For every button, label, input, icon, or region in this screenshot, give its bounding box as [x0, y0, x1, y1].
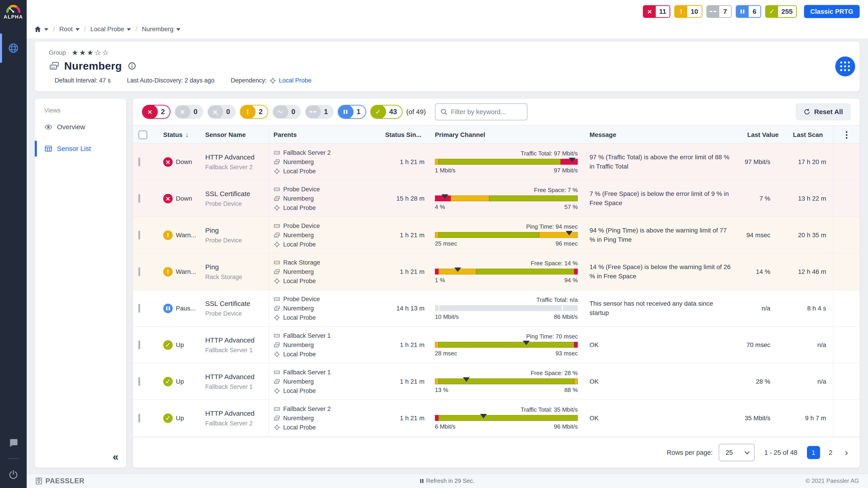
filter-chip-down-partial[interactable]: ×0	[175, 105, 203, 119]
row-checkbox[interactable]	[138, 267, 140, 276]
status-badge-paused[interactable]: 6	[736, 5, 761, 18]
column-header-parents[interactable]: Parents	[269, 131, 384, 138]
parent-link[interactable]: Nuremberg	[274, 232, 384, 239]
status-badge-down[interactable]: ×11	[643, 5, 671, 18]
next-page-button[interactable]: ›	[843, 448, 850, 458]
parent-link[interactable]: Nuremberg	[274, 268, 384, 275]
filter-chip-down[interactable]: ×2	[142, 105, 170, 119]
priority-stars[interactable]: ★★★☆☆	[72, 48, 110, 57]
sensor-row[interactable]: ✓UpHTTP AdvancedFallback Server 2Fallbac…	[133, 400, 860, 436]
view-item-overview[interactable]: Overview	[35, 118, 126, 136]
sensor-name-cell[interactable]: HTTP AdvancedFallback Server 1	[204, 363, 269, 400]
sensor-name-cell[interactable]: SSL CertificateProbe Device	[204, 290, 269, 327]
breadcrumb-nuremberg[interactable]: Nuremberg	[142, 26, 180, 33]
sensor-row[interactable]: ×DownHTTP AdvancedFallback Server 2Fallb…	[133, 144, 860, 180]
sensor-row[interactable]: Paus...SSL CertificateProbe DeviceProbe …	[133, 290, 860, 327]
parent-link[interactable]: Local Probe	[274, 241, 384, 248]
filter-chip-down-acknowledged[interactable]: ×✓0	[207, 105, 236, 119]
column-header-status[interactable]: Status↓	[156, 131, 204, 139]
rows-per-page-select[interactable]: 25	[719, 444, 755, 461]
parent-link[interactable]: Nuremberg	[274, 415, 384, 422]
row-checkbox[interactable]	[138, 340, 140, 349]
sensor-name-cell[interactable]: PingRack Storage	[204, 254, 269, 290]
status-badge-up[interactable]: ✓255	[765, 5, 797, 18]
column-header-sensor-name[interactable]: Sensor Name	[204, 126, 269, 144]
page-button-2[interactable]: 2	[824, 446, 837, 459]
sensor-row[interactable]: ×DownSSL CertificateProbe DeviceProbe De…	[133, 180, 860, 217]
parent-link[interactable]: Local Probe	[274, 424, 384, 431]
parent-link[interactable]: Fallback Server 2	[274, 405, 384, 413]
feedback-icon[interactable]	[8, 438, 18, 448]
table-options-kebab-icon[interactable]	[844, 129, 850, 141]
breadcrumb-local-probe[interactable]: Local Probe	[90, 26, 131, 33]
page-button-1[interactable]: 1	[807, 446, 820, 459]
channel-gauge-bar	[435, 159, 578, 165]
filter-chip-up[interactable]: ✓43	[370, 105, 403, 119]
filter-chip-unusual[interactable]: 0	[272, 105, 301, 119]
parent-link[interactable]: Local Probe	[274, 387, 384, 394]
parent-link[interactable]: Nuremberg	[274, 378, 384, 385]
parent-link[interactable]: Local Probe	[274, 204, 384, 212]
search-input[interactable]	[451, 108, 522, 116]
of-total-label: (of 49)	[406, 108, 426, 116]
sensor-row[interactable]: ✓UpHTTP AdvancedFallback Server 1Fallbac…	[133, 363, 860, 400]
parent-link[interactable]: Local Probe	[274, 314, 384, 321]
sensor-name-cell[interactable]: HTTP AdvancedFallback Server 2	[204, 400, 269, 436]
sensor-name-cell[interactable]: SSL CertificateProbe Device	[204, 180, 269, 217]
classic-prtg-button[interactable]: Classic PRTG	[804, 5, 860, 18]
column-header-last-scan[interactable]: Last Scan	[784, 131, 833, 138]
parent-link[interactable]: Nuremberg	[274, 305, 384, 312]
parent-link[interactable]: Nuremberg	[274, 195, 384, 202]
filter-chip-warning[interactable]: !2	[240, 105, 268, 119]
parent-link[interactable]: Probe Device	[274, 296, 384, 303]
row-checkbox[interactable]	[138, 158, 140, 166]
filter-chip-paused[interactable]: 1	[338, 105, 366, 119]
parent-link[interactable]: Nuremberg	[274, 159, 384, 166]
column-header-status-since[interactable]: Status Sin...	[384, 131, 427, 138]
parent-link[interactable]: Local Probe	[274, 168, 384, 175]
row-checkbox[interactable]	[138, 377, 140, 386]
parent-link[interactable]: Probe Device	[274, 223, 384, 230]
parent-link[interactable]: Local Probe	[274, 351, 384, 358]
sensor-name-cell[interactable]: HTTP AdvancedFallback Server 2	[204, 144, 269, 180]
column-header-primary-channel[interactable]: Primary Channel	[427, 131, 590, 138]
column-header-last-value[interactable]: Last Value	[743, 131, 784, 138]
status-cell: ✓Up	[156, 414, 204, 423]
parent-link[interactable]: Local Probe	[274, 278, 384, 285]
sensor-row[interactable]: ✓UpHTTP AdvancedFallback Server 1Fallbac…	[133, 327, 860, 363]
filter-chip-unknown[interactable]: 1	[305, 105, 333, 119]
parent-link[interactable]: Rack Storage	[274, 259, 384, 266]
breadcrumb-home[interactable]	[34, 25, 49, 33]
status-badge-unknown[interactable]: 7	[706, 5, 732, 18]
status-label: Down	[176, 158, 192, 166]
sensor-name-cell[interactable]: HTTP AdvancedFallback Server 1	[204, 327, 269, 363]
channel-max: 93 msec	[556, 350, 578, 357]
refresh-countdown[interactable]: Refresh in 29 Sec.	[420, 477, 474, 484]
row-checkbox[interactable]	[138, 414, 140, 422]
context-menu-fab-button[interactable]	[835, 57, 855, 76]
parent-link[interactable]: Fallback Server 1	[274, 332, 384, 339]
collapse-panel-button[interactable]: «	[113, 451, 119, 462]
parent-link[interactable]: Fallback Server 2	[274, 149, 384, 156]
sidebar-item-devices[interactable]	[0, 33, 27, 63]
view-item-sensor-list[interactable]: Sensor List	[35, 140, 126, 158]
info-icon[interactable]	[128, 62, 136, 70]
parents-cell: Fallback Server 1NurembergLocal Probe	[269, 332, 384, 358]
status-badge-warning[interactable]: !10	[674, 5, 702, 18]
column-header-message[interactable]: Message	[590, 131, 743, 138]
sensor-name-cell[interactable]: PingProbe Device	[204, 217, 269, 254]
sensor-row[interactable]: !Warn...PingRack StorageRack StorageNure…	[133, 254, 860, 290]
dependency-link[interactable]: Local Probe	[279, 77, 311, 84]
parent-link[interactable]: Probe Device	[274, 186, 384, 193]
row-checkbox[interactable]	[138, 304, 140, 313]
sensor-row[interactable]: !Warn...PingProbe DeviceProbe DeviceNure…	[133, 217, 860, 254]
parent-link[interactable]: Nuremberg	[274, 341, 384, 349]
reset-all-button[interactable]: Reset All	[796, 103, 850, 121]
breadcrumb-root[interactable]: Root	[59, 26, 79, 33]
keyword-search[interactable]	[435, 103, 528, 121]
row-checkbox[interactable]	[138, 231, 140, 239]
logout-power-icon[interactable]	[8, 469, 19, 480]
parent-link[interactable]: Fallback Server 1	[274, 369, 384, 376]
select-all-checkbox[interactable]	[138, 130, 147, 139]
row-checkbox[interactable]	[138, 194, 140, 203]
